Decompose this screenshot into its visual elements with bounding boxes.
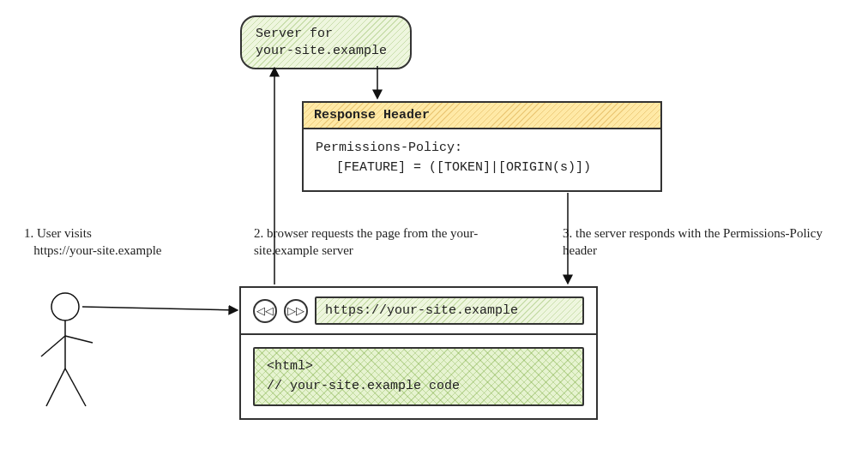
response-body: Permissions-Policy: [FEATURE] = ([TOKEN]… (304, 129, 660, 190)
step-1-prefix: 1. User visits (24, 226, 92, 240)
server-line-2: your-site.example (256, 43, 396, 60)
policy-header-value: [FEATURE] = ([TOKEN]|[ORIGIN(s)]) (316, 158, 648, 177)
back-icon: ◁◁ (253, 299, 277, 323)
server-line-1: Server for (256, 26, 396, 43)
step-2-label: 2. browser requests the page from the yo… (254, 225, 528, 260)
response-header-title: Response Header (304, 103, 660, 129)
svg-line-3 (65, 336, 93, 343)
step-3-label: 3. the server responds with the Permissi… (563, 225, 846, 260)
step-1-label: 1. User visits https://your-site.example (24, 225, 213, 260)
policy-header-name: Permissions-Policy: (316, 138, 648, 158)
svg-point-0 (51, 293, 79, 320)
svg-line-5 (65, 368, 86, 406)
server-box: Server for your-site.example (240, 15, 412, 69)
browser-body: <html> // your-site.example code (241, 335, 596, 418)
response-header-box: Response Header Permissions-Policy: [FEA… (302, 101, 662, 192)
browser-window: ◁◁ ▷▷ https://your-site.example <html> /… (239, 286, 598, 420)
arrow-user-to-browser (82, 307, 237, 310)
step-1-url: https://your-site.example (33, 243, 161, 257)
url-bar: https://your-site.example (315, 296, 584, 325)
browser-toolbar: ◁◁ ▷▷ https://your-site.example (241, 288, 596, 335)
forward-icon: ▷▷ (284, 299, 308, 323)
svg-line-4 (46, 368, 65, 406)
page-code-box: <html> // your-site.example code (253, 347, 584, 406)
code-line-2: // your-site.example code (267, 377, 570, 397)
user-icon (41, 293, 93, 406)
code-line-1: <html> (267, 357, 570, 377)
svg-line-2 (41, 336, 65, 356)
